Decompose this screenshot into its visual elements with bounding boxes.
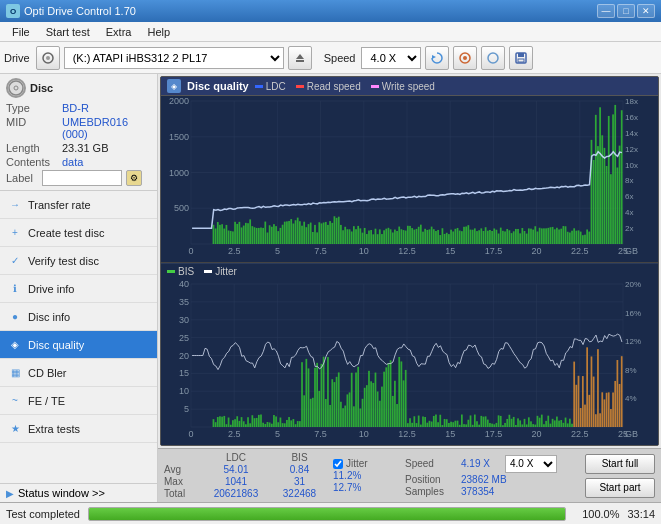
menu-start-test[interactable]: Start test <box>38 22 98 42</box>
position-value: 23862 MB <box>461 474 507 485</box>
jitter-checkbox[interactable] <box>333 459 343 469</box>
progress-fill <box>89 508 565 520</box>
app-title: Opti Drive Control 1.70 <box>24 5 136 17</box>
svg-point-1 <box>46 56 50 60</box>
contents-label: Contents <box>6 156 58 168</box>
bis-column-header: BIS <box>272 452 327 463</box>
disc-quality-icon: ◈ <box>8 338 22 352</box>
menu-file[interactable]: File <box>4 22 38 42</box>
disc-panel-title: Disc <box>30 82 53 94</box>
bis-color <box>167 270 175 273</box>
legend-ldc-label: LDC <box>266 81 286 92</box>
start-part-button[interactable]: Start part <box>585 478 655 498</box>
speed-key: Speed <box>405 458 457 469</box>
sidebar-nav: → Transfer rate + Create test disc ✓ Ver… <box>0 191 157 483</box>
max-bis: 31 <box>272 476 327 487</box>
legend-ldc: LDC <box>255 81 286 92</box>
svg-point-12 <box>14 86 18 90</box>
sidebar-item-transfer-rate[interactable]: → Transfer rate <box>0 191 157 219</box>
fe-te-icon: ~ <box>8 394 22 408</box>
status-window-button[interactable]: ▶ Status window >> <box>0 483 157 502</box>
total-bis: 322468 <box>272 488 327 499</box>
ldc-color <box>255 85 263 88</box>
total-label: Total <box>164 488 200 499</box>
jitter-header: Jitter <box>333 458 393 469</box>
progress-bar-container <box>88 507 566 521</box>
disc-panel: Disc Type BD-R MID UMEBDR016 (000) Lengt… <box>0 74 157 191</box>
sidebar-item-fe-te[interactable]: ~ FE / TE <box>0 387 157 415</box>
disc-quality-header: ◈ Disc quality LDC Read speed Write spee… <box>161 77 658 96</box>
svg-rect-10 <box>518 59 524 62</box>
jitter-header-label: Jitter <box>346 458 368 469</box>
jitter-color <box>204 270 212 273</box>
length-label: Length <box>6 142 58 154</box>
maximize-button[interactable]: □ <box>617 4 635 18</box>
position-key: Position <box>405 474 457 485</box>
sidebar-item-disc-quality[interactable]: ◈ Disc quality <box>0 331 157 359</box>
verify-test-disc-icon: ✓ <box>8 254 22 268</box>
label-input[interactable] <box>42 170 122 186</box>
speed-row: Speed 4.19 X 4.0 X <box>405 455 557 473</box>
save-button[interactable] <box>509 46 533 70</box>
sidebar-item-drive-info[interactable]: ℹ Drive info <box>0 275 157 303</box>
sidebar-item-cd-bler[interactable]: ▦ CD Bler <box>0 359 157 387</box>
stats-total-row: Total 20621863 322468 <box>164 488 327 499</box>
speed-select[interactable]: 4.0 X <box>361 47 421 69</box>
sidebar-item-create-test-disc[interactable]: + Create test disc <box>0 219 157 247</box>
refresh-button[interactable] <box>425 46 449 70</box>
bis-jitter-chart <box>161 279 658 445</box>
transfer-rate-icon: → <box>8 198 22 212</box>
chart2-legend-bar: BIS Jitter <box>161 263 658 279</box>
stats-bar: LDC BIS Avg 54.01 0.84 Max 1041 31 Total… <box>158 448 661 502</box>
status-bar: Test completed 100.0% 33:14 <box>0 502 661 524</box>
max-jitter: 12.7% <box>333 482 361 493</box>
menu-help[interactable]: Help <box>139 22 178 42</box>
progress-percent: 100.0% <box>574 508 619 520</box>
transfer-rate-label: Transfer rate <box>28 199 91 211</box>
menu-extra[interactable]: Extra <box>98 22 140 42</box>
legend-bis-label: BIS <box>178 266 194 277</box>
position-row: Position 23862 MB <box>405 474 557 485</box>
verify-test-disc-label: Verify test disc <box>28 255 99 267</box>
start-full-button[interactable]: Start full <box>585 454 655 474</box>
disc-length-row: Length 23.31 GB <box>6 142 151 154</box>
disc-quality-title: Disc quality <box>187 80 249 92</box>
speed-position-section: Speed 4.19 X 4.0 X Position 23862 MB Sam… <box>405 455 557 497</box>
disc-button[interactable] <box>481 46 505 70</box>
label-row: Label ⚙ <box>6 170 151 186</box>
status-window-icon: ▶ <box>6 488 14 499</box>
close-button[interactable]: ✕ <box>637 4 655 18</box>
avg-label: Avg <box>164 464 200 475</box>
minimize-button[interactable]: — <box>597 4 615 18</box>
svg-point-11 <box>9 81 23 95</box>
status-window-label: Status window >> <box>18 487 105 499</box>
write-speed-color <box>371 85 379 88</box>
svg-point-7 <box>488 53 498 63</box>
jitter-max-row: 12.7% <box>333 482 393 493</box>
length-value: 23.31 GB <box>62 142 108 154</box>
drive-info-label: Drive info <box>28 283 74 295</box>
eject-button[interactable] <box>288 46 312 70</box>
drive-select[interactable]: (K:) ATAPI iHBS312 2 PL17 <box>64 47 284 69</box>
extra-tests-label: Extra tests <box>28 423 80 435</box>
stats-empty-header <box>164 452 200 463</box>
type-value: BD-R <box>62 102 89 114</box>
toolbar: Drive (K:) ATAPI iHBS312 2 PL17 Speed 4.… <box>0 42 661 74</box>
avg-jitter: 11.2% <box>333 470 361 481</box>
legend-write-speed: Write speed <box>371 81 435 92</box>
charts-area: BIS Jitter <box>161 96 658 445</box>
legend-jitter-label: Jitter <box>215 266 237 277</box>
samples-key: Samples <box>405 486 457 497</box>
burn-button[interactable] <box>453 46 477 70</box>
sidebar-item-extra-tests[interactable]: ★ Extra tests <box>0 415 157 443</box>
speed-quality-select[interactable]: 4.0 X <box>505 455 557 473</box>
mid-value: UMEBDR016 (000) <box>62 116 151 140</box>
label-button[interactable]: ⚙ <box>126 170 142 186</box>
sidebar-item-disc-info[interactable]: ● Disc info <box>0 303 157 331</box>
sidebar-item-verify-test-disc[interactable]: ✓ Verify test disc <box>0 247 157 275</box>
disc-quality-label: Disc quality <box>28 339 84 351</box>
drive-label: Drive <box>4 52 30 64</box>
max-label: Max <box>164 476 200 487</box>
disc-panel-header: Disc <box>6 78 151 98</box>
total-ldc: 20621863 <box>200 488 272 499</box>
